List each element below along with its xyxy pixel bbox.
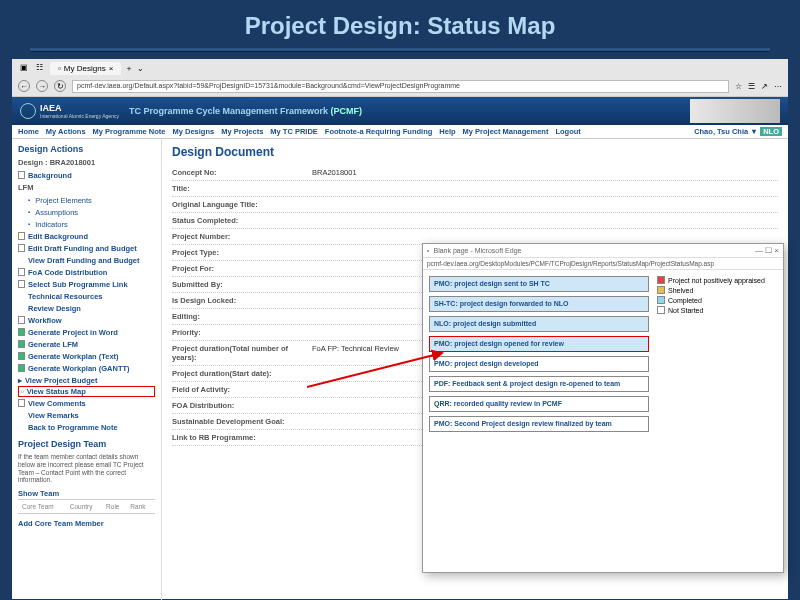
sidebar-edit-background[interactable]: Edit Background bbox=[18, 230, 155, 242]
sidebar-assumptions[interactable]: Assumptions bbox=[28, 206, 155, 218]
sidebar-edit-draft-funding[interactable]: Edit Draft Funding and Budget bbox=[18, 242, 155, 254]
field-label: Sustainable Development Goal: bbox=[172, 417, 312, 426]
address-bar-row: ← → ↻ pcmf-dev.iaea.org/Default.aspx?tab… bbox=[12, 77, 788, 95]
doc-icon bbox=[18, 316, 25, 324]
role-badge: NLO bbox=[760, 127, 782, 136]
status-column: PMO: project design sent to SH TCSH-TC: … bbox=[429, 276, 649, 432]
forward-button[interactable]: → bbox=[36, 80, 48, 92]
banner-image bbox=[690, 99, 780, 123]
refresh-button[interactable]: ↻ bbox=[54, 80, 66, 92]
sidebar-review-design[interactable]: Review Design bbox=[18, 302, 155, 314]
field-row: Status Completed: bbox=[172, 213, 778, 229]
status-box: PMO: project design opened for review bbox=[429, 336, 649, 352]
sidebar-generate-lfm[interactable]: Generate LFM bbox=[18, 338, 155, 350]
field-value bbox=[312, 200, 778, 209]
back-button[interactable]: ← bbox=[18, 80, 30, 92]
popup-favicon: ▫ bbox=[427, 247, 429, 254]
field-row: Original Language Title: bbox=[172, 197, 778, 213]
sidebar-view-status-map[interactable]: ▫View Status Map bbox=[18, 386, 155, 397]
sidebar-view-project-budget[interactable]: ▸View Project Budget bbox=[18, 374, 155, 386]
doc-icon bbox=[18, 399, 25, 407]
sidebar-heading-actions: Design Actions bbox=[18, 144, 155, 154]
user-dropdown-icon[interactable]: ▾ bbox=[752, 127, 756, 136]
menu-icon[interactable]: ⋯ bbox=[774, 82, 782, 91]
status-legend: Project not positively appraisedShelvedC… bbox=[657, 276, 777, 432]
nav-footnote-a[interactable]: Footnote-a Requiring Funding bbox=[325, 127, 432, 136]
browser-window: ▣ ☷ ▫ My Designs × ＋ ⌄ ← → ↻ pcmf-dev.ia… bbox=[12, 59, 788, 599]
sidebar-back-programme-note[interactable]: Back to Programme Note bbox=[18, 421, 155, 433]
popup-maximize-button[interactable]: ☐ bbox=[765, 246, 772, 255]
popup-body: PMO: project design sent to SH TCSH-TC: … bbox=[423, 270, 783, 438]
field-label: Priority: bbox=[172, 328, 312, 337]
field-label: Title: bbox=[172, 184, 312, 193]
new-tab-button[interactable]: ＋ bbox=[125, 63, 133, 74]
tab-dropdown-icon[interactable]: ⌄ bbox=[137, 64, 144, 73]
nav-my-actions[interactable]: My Actions bbox=[46, 127, 86, 136]
url-input[interactable]: pcmf-dev.iaea.org/Default.aspx?tabid=59&… bbox=[72, 80, 729, 93]
word-icon bbox=[18, 328, 25, 336]
page-title: Design Document bbox=[172, 145, 778, 159]
sidebar: Design Actions Design : BRA2018001 Backg… bbox=[12, 139, 162, 600]
title-underline bbox=[30, 48, 770, 51]
status-box: SH-TC: project design forwarded to NLO bbox=[429, 296, 649, 312]
org-subtitle: International Atomic Energy Agency bbox=[40, 113, 119, 119]
sidebar-view-remarks[interactable]: View Remarks bbox=[18, 409, 155, 421]
legend-label: Project not positively appraised bbox=[668, 277, 765, 284]
nav-logout[interactable]: Logout bbox=[555, 127, 580, 136]
field-value bbox=[312, 232, 778, 241]
reading-mode-icon[interactable]: ☰ bbox=[748, 82, 755, 91]
nav-help[interactable]: Help bbox=[439, 127, 455, 136]
legend-label: Not Started bbox=[668, 307, 703, 314]
favorites-icon[interactable]: ☆ bbox=[735, 82, 742, 91]
field-row: Title: bbox=[172, 181, 778, 197]
reading-list-icon[interactable]: ▣ bbox=[20, 63, 30, 73]
field-label: Editing: bbox=[172, 312, 312, 321]
sidebar-generate-workplan-text[interactable]: Generate Workplan (Text) bbox=[18, 350, 155, 362]
sidebar-select-sub-programme[interactable]: Select Sub Programme Link bbox=[18, 278, 155, 290]
slide-title: Project Design: Status Map bbox=[0, 0, 800, 48]
status-box: PDF: Feedback sent & project design re-o… bbox=[429, 376, 649, 392]
legend-row: Not Started bbox=[657, 306, 777, 314]
th-rank: Rank bbox=[128, 502, 153, 511]
status-box: PMO: project design developed bbox=[429, 356, 649, 372]
sidebar-background[interactable]: Background bbox=[18, 169, 155, 181]
legend-swatch bbox=[657, 306, 665, 314]
tab-bar: ▣ ☷ ▫ My Designs × ＋ ⌄ bbox=[12, 59, 788, 77]
map-icon: ▫ bbox=[21, 387, 24, 396]
th-country: Country bbox=[68, 502, 102, 511]
nav-my-project-management[interactable]: My Project Management bbox=[463, 127, 549, 136]
sidebar-generate-workplan-gantt[interactable]: Generate Workplan (GANTT) bbox=[18, 362, 155, 374]
chart-icon: ▸ bbox=[18, 376, 22, 385]
field-label: Project Number: bbox=[172, 232, 312, 241]
legend-swatch bbox=[657, 276, 665, 284]
nav-my-designs[interactable]: My Designs bbox=[173, 127, 215, 136]
sidebar-generate-word[interactable]: Generate Project in Word bbox=[18, 326, 155, 338]
sidebar-view-comments[interactable]: View Comments bbox=[18, 397, 155, 409]
sidebar-project-elements[interactable]: Project Elements bbox=[28, 194, 155, 206]
browser-tab[interactable]: ▫ My Designs × bbox=[50, 62, 121, 75]
nav-my-tc-pride[interactable]: My TC PRIDE bbox=[270, 127, 318, 136]
nav-home[interactable]: Home bbox=[18, 127, 39, 136]
sidebar-foa-code[interactable]: FoA Code Distribution bbox=[18, 266, 155, 278]
share-icon[interactable]: ↗ bbox=[761, 82, 768, 91]
sidebar-workflow[interactable]: Workflow bbox=[18, 314, 155, 326]
doc-icon bbox=[18, 232, 25, 240]
sidebar-heading-team: Project Design Team bbox=[18, 439, 155, 449]
sidebar-technical-resources[interactable]: Technical Resources bbox=[18, 290, 155, 302]
nav-my-projects[interactable]: My Projects bbox=[221, 127, 263, 136]
hub-icon[interactable]: ☷ bbox=[36, 63, 46, 73]
status-box: QRR: recorded quality review in PCMF bbox=[429, 396, 649, 412]
close-tab-icon[interactable]: × bbox=[109, 64, 114, 73]
popup-close-button[interactable]: × bbox=[774, 246, 779, 255]
show-team-link[interactable]: Show Team bbox=[18, 487, 155, 499]
sidebar-view-draft-funding[interactable]: View Draft Funding and Budget bbox=[18, 254, 155, 266]
add-core-team-member[interactable]: Add Core Team Member bbox=[18, 517, 155, 529]
field-label: Project duration(Total number of years): bbox=[172, 344, 312, 362]
sidebar-indicators[interactable]: Indicators bbox=[28, 218, 155, 230]
field-label: Project Type: bbox=[172, 248, 312, 257]
word-icon bbox=[18, 352, 25, 360]
nav-my-programme-note[interactable]: My Programme Note bbox=[93, 127, 166, 136]
field-label: Field of Activity: bbox=[172, 385, 312, 394]
legend-row: Project not positively appraised bbox=[657, 276, 777, 284]
popup-minimize-button[interactable]: — bbox=[755, 246, 763, 255]
